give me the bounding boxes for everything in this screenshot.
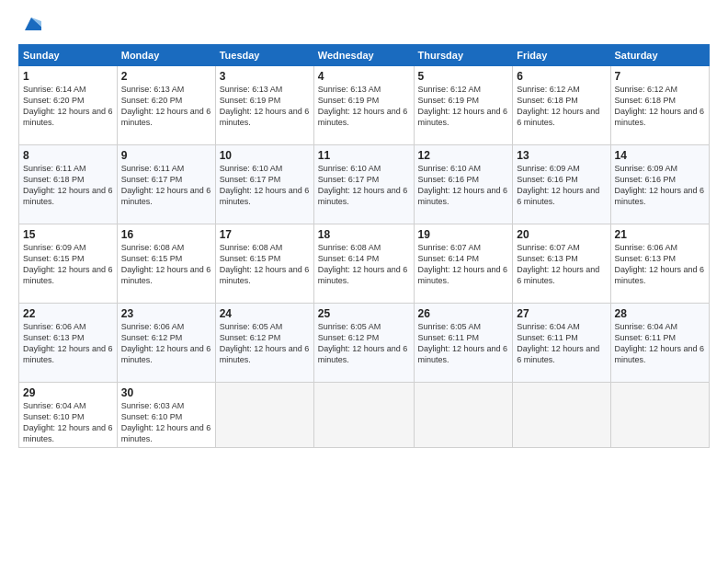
day-info: Sunrise: 6:14 AM Sunset: 6:20 PM Dayligh… <box>23 84 113 129</box>
col-header-sunday: Sunday <box>19 44 118 65</box>
day-cell <box>414 382 513 448</box>
day-cell: 15 Sunrise: 6:09 AM Sunset: 6:15 PM Dayl… <box>19 224 118 303</box>
day-cell: 14 Sunrise: 6:09 AM Sunset: 6:16 PM Dayl… <box>610 144 709 224</box>
day-info: Sunrise: 6:13 AM Sunset: 6:19 PM Dayligh… <box>220 84 310 129</box>
calendar-table: SundayMondayTuesdayWednesdayThursdayFrid… <box>18 44 710 449</box>
day-info: Sunrise: 6:13 AM Sunset: 6:19 PM Dayligh… <box>318 84 410 129</box>
week-row-3: 15 Sunrise: 6:09 AM Sunset: 6:15 PM Dayl… <box>19 224 710 303</box>
day-number: 30 <box>121 386 211 399</box>
day-info: Sunrise: 6:11 AM Sunset: 6:18 PM Dayligh… <box>23 163 113 208</box>
day-info: Sunrise: 6:11 AM Sunset: 6:17 PM Dayligh… <box>121 163 211 208</box>
day-cell: 7 Sunrise: 6:12 AM Sunset: 6:18 PM Dayli… <box>610 65 709 144</box>
day-cell <box>313 382 414 448</box>
day-cell: 17 Sunrise: 6:08 AM Sunset: 6:15 PM Dayl… <box>215 224 313 303</box>
day-number: 20 <box>517 228 606 241</box>
day-info: Sunrise: 6:13 AM Sunset: 6:20 PM Dayligh… <box>121 84 211 129</box>
day-cell: 23 Sunrise: 6:06 AM Sunset: 6:12 PM Dayl… <box>117 303 215 382</box>
day-number: 13 <box>517 149 606 162</box>
day-info: Sunrise: 6:08 AM Sunset: 6:14 PM Dayligh… <box>318 242 410 287</box>
day-cell: 5 Sunrise: 6:12 AM Sunset: 6:19 PM Dayli… <box>414 65 513 144</box>
day-cell: 3 Sunrise: 6:13 AM Sunset: 6:19 PM Dayli… <box>215 65 313 144</box>
day-info: Sunrise: 6:05 AM Sunset: 6:12 PM Dayligh… <box>318 321 410 366</box>
logo-icon <box>21 14 41 34</box>
day-cell <box>610 382 709 448</box>
day-number: 18 <box>318 228 410 241</box>
day-cell: 9 Sunrise: 6:11 AM Sunset: 6:17 PM Dayli… <box>117 144 215 224</box>
week-row-5: 29 Sunrise: 6:04 AM Sunset: 6:10 PM Dayl… <box>19 382 710 448</box>
day-cell <box>513 382 610 448</box>
day-cell: 2 Sunrise: 6:13 AM Sunset: 6:20 PM Dayli… <box>117 65 215 144</box>
day-number: 6 <box>517 70 606 83</box>
day-cell: 24 Sunrise: 6:05 AM Sunset: 6:12 PM Dayl… <box>215 303 313 382</box>
day-cell: 1 Sunrise: 6:14 AM Sunset: 6:20 PM Dayli… <box>19 65 118 144</box>
day-info: Sunrise: 6:12 AM Sunset: 6:18 PM Dayligh… <box>517 84 606 129</box>
day-number: 1 <box>23 70 113 83</box>
col-header-saturday: Saturday <box>610 44 709 65</box>
day-cell: 8 Sunrise: 6:11 AM Sunset: 6:18 PM Dayli… <box>19 144 118 224</box>
day-cell: 16 Sunrise: 6:08 AM Sunset: 6:15 PM Dayl… <box>117 224 215 303</box>
day-info: Sunrise: 6:07 AM Sunset: 6:13 PM Dayligh… <box>517 242 606 287</box>
day-info: Sunrise: 6:06 AM Sunset: 6:12 PM Dayligh… <box>121 321 211 366</box>
day-info: Sunrise: 6:07 AM Sunset: 6:14 PM Dayligh… <box>418 242 509 287</box>
day-cell: 12 Sunrise: 6:10 AM Sunset: 6:16 PM Dayl… <box>414 144 513 224</box>
day-info: Sunrise: 6:10 AM Sunset: 6:16 PM Dayligh… <box>418 163 509 208</box>
day-number: 22 <box>23 307 113 320</box>
day-number: 11 <box>318 149 410 162</box>
day-info: Sunrise: 6:10 AM Sunset: 6:17 PM Dayligh… <box>318 163 410 208</box>
day-cell: 18 Sunrise: 6:08 AM Sunset: 6:14 PM Dayl… <box>313 224 414 303</box>
day-info: Sunrise: 6:09 AM Sunset: 6:15 PM Dayligh… <box>23 242 113 287</box>
day-number: 25 <box>318 307 410 320</box>
day-info: Sunrise: 6:10 AM Sunset: 6:17 PM Dayligh… <box>220 163 310 208</box>
day-cell: 13 Sunrise: 6:09 AM Sunset: 6:16 PM Dayl… <box>513 144 610 224</box>
day-cell: 6 Sunrise: 6:12 AM Sunset: 6:18 PM Dayli… <box>513 65 610 144</box>
day-info: Sunrise: 6:12 AM Sunset: 6:19 PM Dayligh… <box>418 84 509 129</box>
day-number: 23 <box>121 307 211 320</box>
day-number: 28 <box>615 307 705 320</box>
logo <box>18 17 41 35</box>
day-number: 8 <box>23 149 113 162</box>
header-row: SundayMondayTuesdayWednesdayThursdayFrid… <box>19 44 710 65</box>
day-cell <box>215 382 313 448</box>
day-cell: 30 Sunrise: 6:03 AM Sunset: 6:10 PM Dayl… <box>117 382 215 448</box>
day-cell: 22 Sunrise: 6:06 AM Sunset: 6:13 PM Dayl… <box>19 303 118 382</box>
day-number: 27 <box>517 307 606 320</box>
day-info: Sunrise: 6:08 AM Sunset: 6:15 PM Dayligh… <box>121 242 211 287</box>
day-cell: 11 Sunrise: 6:10 AM Sunset: 6:17 PM Dayl… <box>313 144 414 224</box>
day-cell: 4 Sunrise: 6:13 AM Sunset: 6:19 PM Dayli… <box>313 65 414 144</box>
day-number: 7 <box>615 70 705 83</box>
day-info: Sunrise: 6:09 AM Sunset: 6:16 PM Dayligh… <box>517 163 606 208</box>
page: SundayMondayTuesdayWednesdayThursdayFrid… <box>0 0 728 563</box>
col-header-thursday: Thursday <box>414 44 513 65</box>
day-number: 9 <box>121 149 211 162</box>
day-info: Sunrise: 6:05 AM Sunset: 6:12 PM Dayligh… <box>220 321 310 366</box>
day-number: 26 <box>418 307 509 320</box>
day-number: 24 <box>220 307 310 320</box>
day-number: 29 <box>23 386 113 399</box>
day-cell: 10 Sunrise: 6:10 AM Sunset: 6:17 PM Dayl… <box>215 144 313 224</box>
day-number: 19 <box>418 228 509 241</box>
day-info: Sunrise: 6:12 AM Sunset: 6:18 PM Dayligh… <box>615 84 705 129</box>
col-header-friday: Friday <box>513 44 610 65</box>
col-header-wednesday: Wednesday <box>313 44 414 65</box>
day-cell: 28 Sunrise: 6:04 AM Sunset: 6:11 PM Dayl… <box>610 303 709 382</box>
day-info: Sunrise: 6:06 AM Sunset: 6:13 PM Dayligh… <box>615 242 705 287</box>
day-cell: 25 Sunrise: 6:05 AM Sunset: 6:12 PM Dayl… <box>313 303 414 382</box>
day-number: 10 <box>220 149 310 162</box>
day-info: Sunrise: 6:04 AM Sunset: 6:10 PM Dayligh… <box>23 400 113 445</box>
day-number: 16 <box>121 228 211 241</box>
day-number: 21 <box>615 228 705 241</box>
day-number: 12 <box>418 149 509 162</box>
day-info: Sunrise: 6:09 AM Sunset: 6:16 PM Dayligh… <box>615 163 705 208</box>
day-number: 2 <box>121 70 211 83</box>
day-cell: 19 Sunrise: 6:07 AM Sunset: 6:14 PM Dayl… <box>414 224 513 303</box>
day-cell: 27 Sunrise: 6:04 AM Sunset: 6:11 PM Dayl… <box>513 303 610 382</box>
week-row-2: 8 Sunrise: 6:11 AM Sunset: 6:18 PM Dayli… <box>19 144 710 224</box>
day-number: 14 <box>615 149 705 162</box>
week-row-1: 1 Sunrise: 6:14 AM Sunset: 6:20 PM Dayli… <box>19 65 710 144</box>
day-number: 5 <box>418 70 509 83</box>
day-cell: 20 Sunrise: 6:07 AM Sunset: 6:13 PM Dayl… <box>513 224 610 303</box>
day-cell: 29 Sunrise: 6:04 AM Sunset: 6:10 PM Dayl… <box>19 382 118 448</box>
header <box>18 17 710 35</box>
day-number: 4 <box>318 70 410 83</box>
day-number: 17 <box>220 228 310 241</box>
